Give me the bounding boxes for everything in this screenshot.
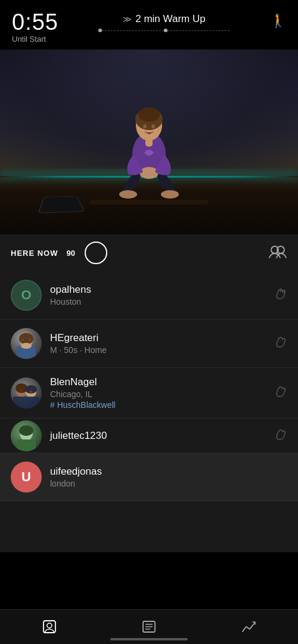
progress-line [102, 30, 164, 31]
svg-point-3 [138, 107, 160, 122]
class-name-row: ≫ 2 min Warm Up [123, 13, 205, 25]
svg-line-14 [284, 290, 284, 293]
stats-icon [240, 618, 257, 639]
status-bar: 0:55 Until Start ≫ 2 min Warm Up 🚶 [0, 0, 298, 49]
floor-tablet [38, 196, 86, 213]
class-info: ≫ 2 min Warm Up [58, 11, 270, 32]
wave-icon[interactable] [272, 334, 287, 353]
user-meta: M · 50s · Home [50, 345, 263, 355]
user-item[interactable]: BlenNagel Chicago, IL # HuschBlackwell [0, 368, 298, 419]
person-icon: 🚶 [270, 11, 286, 29]
svg-point-27 [30, 391, 33, 394]
svg-point-32 [47, 623, 52, 628]
svg-point-7 [161, 190, 179, 199]
user-info: opalhens Houston [50, 284, 263, 306]
timer-label: Until Start [12, 35, 58, 44]
svg-line-12 [280, 289, 281, 292]
chevron-up-icon: ≫ [123, 14, 132, 24]
svg-line-13 [282, 290, 283, 292]
timer-block: 0:55 Until Start [12, 11, 58, 44]
user-info: BlenNagel Chicago, IL # HuschBlackwell [50, 376, 263, 410]
svg-point-18 [21, 343, 32, 349]
yoga-figure [101, 82, 197, 202]
svg-point-19 [21, 339, 24, 341]
user-info: uifeedjonas london [50, 466, 287, 488]
progress-line-2 [167, 30, 229, 31]
svg-point-20 [29, 339, 31, 341]
wave-icon[interactable] [272, 426, 287, 445]
svg-rect-30 [17, 439, 36, 451]
avatar: U [11, 462, 42, 493]
user-tag: # HuschBlackwell [50, 400, 263, 410]
user-info: juliettec1230 [50, 430, 263, 442]
user-name: uifeedjonas [50, 466, 287, 478]
feed-icon [141, 618, 157, 639]
svg-rect-9 [145, 138, 153, 147]
avatar [11, 328, 42, 359]
wave-icon[interactable] [272, 286, 287, 305]
avatar [11, 377, 42, 408]
user-meta: london [50, 479, 287, 488]
user-name: juliettec1230 [50, 430, 263, 442]
user-list: O opalhens Houston [0, 271, 298, 552]
user-meta: Houston [50, 297, 263, 306]
svg-point-6 [119, 190, 137, 199]
user-item[interactable]: HEgreateri M · 50s · Home [0, 320, 298, 368]
user-name: HEgreateri [50, 332, 263, 344]
user-item[interactable]: juliettec1230 [0, 419, 298, 453]
scroll-indicator[interactable] [85, 242, 107, 264]
avatar [11, 420, 42, 451]
user-meta: Chicago, IL [50, 389, 263, 399]
svg-point-29 [19, 425, 33, 436]
user-name: opalhens [50, 284, 263, 296]
progress-dots [98, 29, 229, 32]
nav-item-stats[interactable] [198, 618, 298, 639]
social-bar: HERE NOW 90 [0, 234, 298, 271]
svg-point-8 [139, 167, 159, 179]
user-item[interactable]: O opalhens Houston [0, 271, 298, 320]
svg-point-5 [151, 125, 155, 129]
here-now-count: 90 [67, 249, 75, 258]
svg-rect-25 [13, 397, 39, 408]
home-indicator [110, 638, 188, 640]
here-now-label: HERE NOW [11, 249, 58, 258]
user-item[interactable]: U uifeedjonas london [0, 453, 298, 501]
wave-icon[interactable] [272, 383, 287, 402]
user-info: HEgreateri M · 50s · Home [50, 332, 263, 355]
class-name: 2 min Warm Up [135, 13, 205, 25]
nav-item-profile[interactable] [0, 618, 100, 639]
svg-point-26 [20, 389, 23, 392]
user-name: BlenNagel [50, 376, 263, 388]
nav-item-feed[interactable] [100, 618, 199, 639]
timer-value: 0:55 [12, 11, 58, 33]
profile-icon [41, 618, 58, 639]
video-area [0, 49, 298, 234]
avatar: O [11, 280, 42, 311]
group-icon[interactable] [268, 244, 287, 262]
svg-point-4 [143, 125, 147, 129]
